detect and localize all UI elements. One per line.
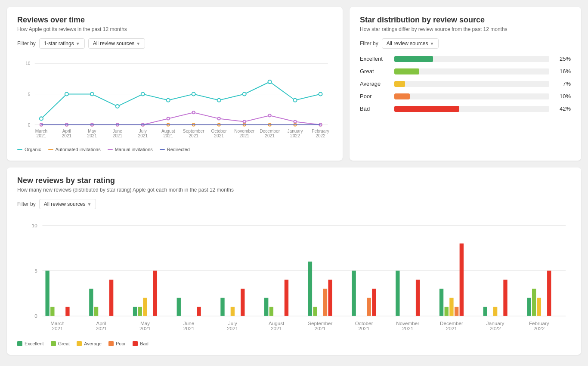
svg-point-64	[294, 120, 297, 123]
svg-text:April: April	[62, 129, 71, 133]
bar-chart-area: 10 5 0 March 2021 April 2021	[17, 215, 571, 346]
star-rating-filter[interactable]: 1-star ratings ▼	[39, 38, 85, 49]
svg-text:August: August	[161, 129, 175, 133]
legend-poor: Poor	[108, 341, 126, 346]
legend-organic: Organic	[17, 147, 41, 152]
svg-rect-80	[94, 307, 98, 316]
svg-text:2021: 2021	[239, 133, 249, 138]
svg-point-60	[192, 111, 195, 114]
svg-text:January: January	[288, 129, 303, 133]
svg-text:2021: 2021	[62, 133, 72, 138]
svg-rect-107	[264, 298, 268, 316]
svg-text:2021: 2021	[358, 326, 369, 331]
svg-text:2022: 2022	[490, 326, 501, 331]
svg-text:2021: 2021	[227, 326, 238, 331]
line-chart-svg: 10 5 0 March 2021 April 2021 May 2021 Ju…	[17, 55, 332, 142]
review-sources-filter-1[interactable]: All review sources ▼	[88, 38, 145, 49]
svg-text:December: December	[260, 129, 280, 133]
svg-text:September: September	[183, 129, 204, 133]
star-distribution-card: Star distribution by review source How s…	[350, 7, 581, 161]
chevron-down-icon: ▼	[76, 41, 80, 46]
chevron-down-icon: ▼	[430, 41, 434, 46]
svg-rect-150	[532, 289, 536, 316]
svg-rect-128	[396, 271, 399, 316]
svg-text:2022: 2022	[290, 133, 300, 138]
svg-text:2021: 2021	[265, 133, 275, 138]
reviews-over-time-title: Reviews over time	[17, 16, 332, 25]
chevron-down-icon: ▼	[87, 202, 91, 207]
svg-text:5: 5	[34, 268, 37, 274]
svg-text:2021: 2021	[402, 326, 413, 331]
svg-point-62	[243, 120, 246, 123]
svg-point-41	[319, 92, 322, 96]
svg-text:10: 10	[32, 223, 38, 228]
svg-rect-124	[367, 298, 371, 316]
legend-automated: Automated invitations	[48, 147, 101, 152]
svg-rect-104	[241, 289, 244, 316]
svg-text:0: 0	[28, 123, 31, 127]
legend-great: Great	[51, 341, 70, 346]
svg-text:5: 5	[28, 92, 31, 97]
svg-rect-73	[50, 307, 54, 316]
bar-chart-legend: Excellent Great Average Poor Bad	[17, 341, 571, 346]
svg-point-59	[167, 117, 170, 120]
svg-point-38	[243, 92, 246, 96]
svg-rect-136	[445, 307, 449, 316]
new-reviews-card: New reviews by star rating How many new …	[7, 167, 581, 355]
svg-point-40	[294, 99, 297, 102]
svg-rect-149	[527, 298, 531, 316]
svg-text:2022: 2022	[533, 326, 545, 331]
svg-rect-115	[313, 307, 317, 316]
svg-text:2021: 2021	[163, 133, 173, 138]
excellent-bar	[394, 56, 433, 62]
poor-bar	[394, 93, 410, 99]
legend-manual: Manual invitations	[108, 147, 153, 152]
manual-color	[108, 149, 113, 150]
legend-bad: Bad	[133, 341, 149, 346]
review-sources-filter-2[interactable]: All review sources ▼	[382, 38, 439, 49]
svg-point-31	[65, 92, 68, 96]
average-bar	[394, 81, 405, 87]
svg-rect-86	[133, 307, 137, 316]
star-bars-container: Excellent 25% Great 16% Average	[360, 56, 571, 112]
svg-point-61	[218, 117, 220, 120]
svg-point-39	[268, 80, 272, 84]
svg-rect-72	[45, 271, 49, 316]
svg-rect-83	[109, 280, 113, 316]
svg-text:2021: 2021	[96, 326, 107, 331]
bad-bar	[394, 106, 459, 112]
svg-rect-132	[416, 280, 420, 316]
review-sources-filter-3[interactable]: All review sources ▼	[39, 199, 96, 209]
svg-rect-114	[308, 262, 312, 316]
star-row-poor: Poor 10%	[360, 93, 571, 99]
great-bar	[394, 68, 419, 74]
redirected-color	[160, 149, 165, 150]
filter-label-3: Filter by	[17, 201, 36, 207]
svg-rect-146	[503, 280, 507, 316]
svg-point-63	[269, 114, 271, 117]
svg-point-30	[40, 117, 43, 120]
svg-rect-139	[460, 244, 464, 316]
chevron-down-icon: ▼	[136, 41, 140, 46]
svg-point-34	[141, 92, 145, 96]
svg-rect-97	[197, 307, 201, 316]
svg-rect-125	[372, 289, 376, 316]
svg-rect-111	[285, 280, 288, 316]
svg-rect-117	[323, 289, 327, 316]
svg-point-33	[116, 105, 119, 108]
svg-point-37	[217, 99, 221, 102]
svg-point-35	[167, 99, 170, 102]
star-distribution-title: Star distribution by review source	[360, 16, 571, 25]
new-reviews-title: New reviews by star rating	[17, 176, 571, 185]
svg-rect-137	[449, 298, 453, 316]
filter-label-1: Filter by	[17, 40, 36, 47]
svg-rect-76	[65, 307, 69, 316]
star-row-bad: Bad 42%	[360, 105, 571, 112]
svg-text:0: 0	[34, 313, 37, 319]
svg-text:2021: 2021	[446, 326, 457, 331]
automated-color	[48, 149, 53, 150]
svg-text:July: July	[139, 129, 147, 133]
svg-text:2021: 2021	[271, 326, 282, 331]
star-row-average: Average 7%	[360, 81, 571, 87]
svg-point-36	[192, 92, 195, 96]
